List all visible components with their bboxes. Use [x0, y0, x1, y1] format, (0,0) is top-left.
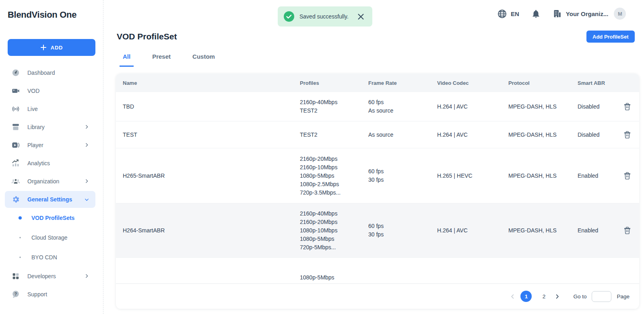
pagination-prev-icon[interactable] — [508, 292, 517, 301]
page-label: Page — [617, 293, 630, 300]
organization-name: Your Organiz... — [566, 10, 609, 17]
page-title: VOD ProfileSet — [117, 32, 177, 41]
help-bubble-icon: ? — [11, 290, 20, 299]
row-smart-abr: Enabled — [578, 172, 615, 180]
row-profiles: 1080p-5Mbps 720p-2.5Mbps — [300, 273, 368, 283]
sidebar-item-support[interactable]: ? Support — [5, 285, 95, 303]
chevron-right-icon — [84, 273, 90, 279]
building-icon — [553, 9, 562, 18]
bullet-icon — [19, 237, 21, 238]
row-profiles: 2160p-40Mbps TEST2 — [300, 98, 368, 115]
table-row[interactable]: H264-SmartABR 2160p-40Mbps 2160p-20Mbps … — [116, 203, 639, 258]
row-video-codec: H.264 | AVC — [437, 103, 508, 111]
column-header-video-codec: Video Codec — [437, 80, 508, 86]
avatar[interactable]: M — [614, 8, 626, 20]
close-icon[interactable] — [357, 12, 365, 21]
pagination-page-2[interactable]: 2 — [538, 291, 549, 302]
sidebar-item-live[interactable]: Live — [5, 100, 95, 118]
chevron-down-icon — [84, 197, 90, 202]
add-button[interactable]: ADD — [8, 39, 95, 56]
tab-all[interactable]: All — [120, 51, 134, 67]
column-header-smart-abr: Smart ABR — [578, 80, 615, 86]
add-profileset-button[interactable]: Add ProfileSet — [586, 31, 635, 43]
chevron-right-icon — [84, 179, 90, 184]
column-header-name: Name — [123, 80, 300, 86]
archive-icon — [11, 123, 20, 131]
video-camera-icon — [11, 86, 20, 95]
organization-switcher[interactable]: Your Organiz... — [553, 9, 609, 18]
row-protocol: MPEG-DASH, HLS — [508, 172, 578, 180]
delete-trash-icon[interactable] — [622, 101, 632, 112]
sidebar-item-player[interactable]: Player — [5, 136, 95, 154]
row-video-codec: H.264 | AVC — [437, 226, 508, 235]
delete-trash-icon[interactable] — [622, 225, 632, 236]
sidebar-item-library[interactable]: Library — [5, 118, 95, 136]
analytics-icon — [11, 159, 20, 168]
row-video-codec: H.264 | AVC — [437, 131, 508, 139]
check-circle-icon — [284, 11, 294, 22]
notifications-bell-icon[interactable] — [531, 9, 541, 18]
row-profiles: 2160p-40Mbps 2160p-20Mbps 1080p-10Mbps 1… — [300, 209, 368, 252]
goto-label: Go to — [573, 293, 586, 300]
pagination-bar: 1 2 Go to Page — [116, 283, 639, 309]
sidebar-item-organization[interactable]: Organization — [5, 172, 95, 190]
sidebar-item-developers[interactable]: Developers — [5, 267, 95, 285]
header-right: EN Your Organiz... M — [497, 7, 640, 20]
row-frame-rate: 60 fps As source — [368, 98, 437, 115]
player-icon — [11, 141, 20, 150]
sidebar-item-analytics[interactable]: Analytics — [5, 154, 95, 172]
sidebar: BlendVision One ADD Dashboard VOD Live — [0, 0, 103, 314]
column-header-protocol: Protocol — [508, 80, 578, 86]
chevron-right-icon — [84, 142, 90, 148]
sidebar-item-byo-cdn[interactable]: BYO CDN — [5, 247, 95, 267]
row-name: H264-SmartABR — [123, 226, 300, 235]
toast-success: Saved successfully. — [278, 6, 372, 27]
globe-icon — [497, 9, 507, 19]
gauge-icon — [11, 68, 20, 77]
sidebar-item-vod[interactable]: VOD — [5, 82, 95, 100]
bullet-icon — [19, 257, 21, 258]
language-selector[interactable]: EN — [497, 9, 519, 19]
table-row[interactable]: TEST TEST2 As source H.264 | AVC MPEG-DA… — [116, 121, 639, 148]
sidebar-item-vod-profilesets[interactable]: VOD ProfileSets — [5, 208, 95, 228]
sidebar-item-cloud-storage[interactable]: Cloud Storage — [5, 228, 95, 247]
row-frame-rate: 60 fps 30 fps — [368, 167, 437, 184]
row-name: TEST — [123, 131, 300, 139]
apps-grid-icon — [11, 272, 20, 281]
row-profiles: TEST2 — [300, 131, 368, 139]
goto-page-input[interactable] — [592, 291, 611, 302]
pagination-next-icon[interactable] — [553, 292, 562, 301]
language-label: EN — [511, 10, 519, 17]
tab-custom[interactable]: Custom — [189, 51, 218, 67]
chevron-right-icon — [84, 124, 90, 130]
row-name: TBD — [123, 103, 300, 111]
delete-trash-icon[interactable] — [622, 129, 632, 140]
broadcast-icon — [11, 105, 20, 113]
pagination-page-1[interactable]: 1 — [520, 291, 532, 302]
sidebar-item-general-settings[interactable]: General Settings — [5, 191, 95, 208]
row-frame-rate: As source — [368, 131, 437, 139]
sidebar-item-dashboard[interactable]: Dashboard — [5, 64, 95, 82]
profileset-table-card: Name Profiles Frame Rate Video Codec Pro… — [116, 74, 639, 309]
row-frame-rate: 60 fps 30 fps — [368, 222, 437, 239]
row-video-codec: H.265 | HEVC — [437, 172, 508, 180]
row-smart-abr: Enabled — [578, 226, 615, 235]
table-row[interactable]: 1080p-5Mbps 720p-2.5Mbps — [116, 258, 639, 283]
toast-message: Saved successfully. — [299, 13, 349, 20]
app-logo: BlendVision One — [8, 10, 76, 20]
table-row[interactable]: TBD 2160p-40Mbps TEST2 60 fps As source … — [116, 92, 639, 121]
row-profiles: 2160p-20Mbps 2160p-10Mbps 1080p-5Mbps 10… — [300, 155, 368, 197]
sidebar-nav: Dashboard VOD Live Library — [0, 64, 103, 303]
row-name: H265-SmartABR — [123, 172, 300, 180]
people-icon — [11, 177, 20, 186]
active-bullet-icon — [19, 216, 22, 220]
table-row[interactable]: H265-SmartABR 2160p-20Mbps 2160p-10Mbps … — [116, 148, 639, 203]
row-protocol: MPEG-DASH, HLS — [508, 103, 578, 111]
row-smart-abr: Disabled — [578, 131, 615, 139]
plus-icon — [40, 44, 47, 51]
gear-icon — [11, 195, 20, 204]
delete-trash-icon[interactable] — [622, 170, 632, 181]
column-header-profiles: Profiles — [300, 80, 368, 86]
tab-preset[interactable]: Preset — [149, 51, 174, 67]
table-body: TBD 2160p-40Mbps TEST2 60 fps As source … — [116, 92, 639, 283]
